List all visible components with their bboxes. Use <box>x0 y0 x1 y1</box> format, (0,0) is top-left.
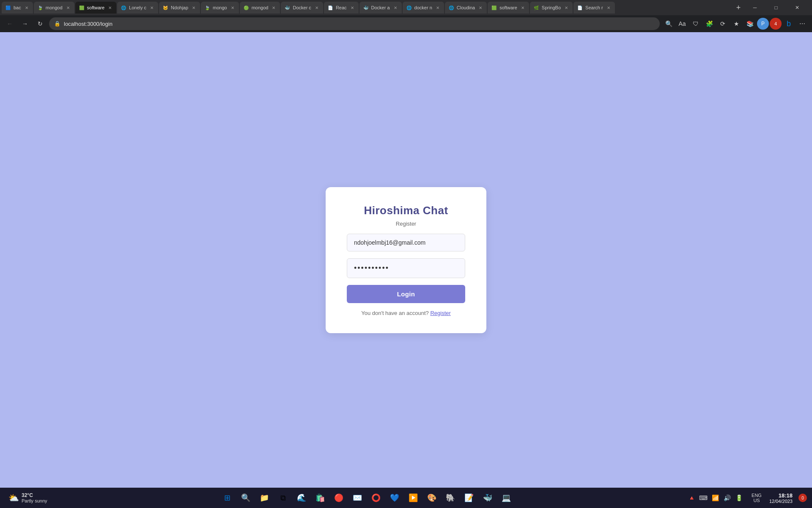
taskbar-app-task-view[interactable]: ⧉ <box>274 489 291 506</box>
tab-title: Lonely c <box>129 5 146 10</box>
favorites-icon[interactable]: ★ <box>730 17 743 30</box>
maximize-button[interactable]: □ <box>766 0 786 15</box>
tab-favicon: 🍃 <box>204 5 210 11</box>
browser-tab-tab-11[interactable]: 🌐 docker n ✕ <box>403 2 444 14</box>
taskbar-app-edge[interactable]: 🌊 <box>293 489 310 506</box>
bing-icon[interactable]: b <box>782 17 795 30</box>
settings-icon[interactable]: ⋯ <box>796 17 809 30</box>
url-text: localhost:3000/login <box>64 21 655 27</box>
browser-tab-tab-6[interactable]: 🍃 mongo ✕ <box>201 2 239 14</box>
lang-code: ENG <box>752 493 762 498</box>
tab-close-button[interactable]: ✕ <box>107 5 113 11</box>
browser-tab-tab-15[interactable]: 📄 Search r ✕ <box>573 2 615 14</box>
tab-favicon: 🟩 <box>79 5 85 11</box>
close-button[interactable]: ✕ <box>787 0 807 15</box>
tab-close-button[interactable]: ✕ <box>349 5 355 11</box>
weather-info: 32°C Partly sunny <box>22 492 47 503</box>
tab-title: Docker a <box>371 5 390 10</box>
taskbar-app-pgadmin[interactable]: 🐘 <box>442 489 459 506</box>
battery-icon[interactable]: 🔋 <box>734 493 744 503</box>
tab-close-button[interactable]: ✕ <box>563 5 569 11</box>
taskbar-app-search[interactable]: 🔍 <box>237 489 254 506</box>
browser-tab-tab-9[interactable]: 📄 Reac ✕ <box>324 2 359 14</box>
profile-icon[interactable]: P <box>757 18 769 30</box>
browser-tab-tab-12[interactable]: 🌐 Cloudina ✕ <box>445 2 487 14</box>
tab-favicon: 🌐 <box>121 5 126 11</box>
tab-close-button[interactable]: ✕ <box>65 5 71 11</box>
taskbar-app-file-explorer[interactable]: 📁 <box>256 489 273 506</box>
weather-widget[interactable]: ⛅ 32°C Partly sunny <box>5 491 51 505</box>
tab-title: mongod <box>252 5 269 10</box>
browser-tab-tab-7[interactable]: 🟢 mongod ✕ <box>240 2 280 14</box>
browser-tab-tab-13[interactable]: 🟩 software ✕ <box>488 2 529 14</box>
taskbar-app-opera[interactable]: ⭕ <box>368 489 384 506</box>
window-controls: ─ □ ✕ <box>745 0 810 15</box>
tab-close-button[interactable]: ✕ <box>606 5 612 11</box>
address-bar[interactable]: 🔒 localhost:3000/login <box>49 17 660 30</box>
language-widget[interactable]: ENG US <box>750 493 763 503</box>
reload-button[interactable]: ↻ <box>34 17 47 30</box>
browser-tab-tab-10[interactable]: 🐳 Docker a ✕ <box>359 2 402 14</box>
tab-favicon: 🟢 <box>243 5 249 11</box>
login-button[interactable]: Login <box>347 285 465 303</box>
browser-tab-tab-2[interactable]: 🍃 mongod ✕ <box>34 2 74 14</box>
tab-close-button[interactable]: ✕ <box>435 5 441 11</box>
minimize-button[interactable]: ─ <box>745 0 765 15</box>
forward-button[interactable]: → <box>19 17 31 30</box>
register-link[interactable]: Register <box>430 310 450 316</box>
clock[interactable]: 18:18 12/04/2023 <box>766 492 796 504</box>
shield-icon[interactable]: 🛡 <box>689 17 702 30</box>
notification-badge[interactable]: 4 <box>770 18 782 30</box>
browser-tab-tab-4[interactable]: 🌐 Lonely c ✕ <box>117 2 158 14</box>
new-tab-button[interactable]: + <box>732 2 744 14</box>
lock-icon: 🔒 <box>54 21 60 27</box>
taskbar-app-mail[interactable]: ✉️ <box>349 489 366 506</box>
address-bar-row: ← → ↻ 🔒 localhost:3000/login 🔍 Aa 🛡 🧩 ⟳ … <box>0 15 812 32</box>
tab-close-button[interactable]: ✕ <box>230 5 236 11</box>
browser-tab-tab-8[interactable]: 🐳 Docker c ✕ <box>281 2 323 14</box>
tab-close-button[interactable]: ✕ <box>191 5 197 11</box>
tab-title: docker n <box>414 5 432 10</box>
tab-favicon: 📄 <box>327 5 333 11</box>
tray-expand-icon[interactable]: 🔺 <box>686 493 697 503</box>
reader-view-icon[interactable]: Aa <box>676 17 689 30</box>
browser-tab-tab-3[interactable]: 🟩 software ✕ <box>75 2 117 14</box>
taskbar-app-vscode[interactable]: 💙 <box>386 489 403 506</box>
taskbar-app-notepad[interactable]: 📝 <box>461 489 477 506</box>
tab-title: SpringBo <box>542 5 561 10</box>
keyboard-icon[interactable]: ⌨ <box>698 493 708 503</box>
taskbar-app-windows-start[interactable]: ⊞ <box>219 489 236 506</box>
browser-tab-tab-5[interactable]: 🐱 Ndohjap ✕ <box>159 2 200 14</box>
refresh-icon[interactable]: ⟳ <box>716 17 729 30</box>
tab-close-button[interactable]: ✕ <box>392 5 398 11</box>
tab-title: Docker c <box>293 5 311 10</box>
taskbar-app-docker[interactable]: 🐳 <box>479 489 496 506</box>
taskbar-app-youtube[interactable]: ▶️ <box>405 489 422 506</box>
action-center-badge[interactable]: 0 <box>798 494 807 502</box>
subtitle-register: Register <box>396 221 416 227</box>
tab-close-button[interactable]: ✕ <box>520 5 526 11</box>
extensions-icon[interactable]: 🧩 <box>703 17 716 30</box>
network-icon[interactable]: 📶 <box>710 493 720 503</box>
tab-close-button[interactable]: ✕ <box>149 5 155 11</box>
tab-close-button[interactable]: ✕ <box>314 5 320 11</box>
browser-tab-tab-14[interactable]: 🌿 SpringBo ✕ <box>530 2 573 14</box>
collections-icon[interactable]: 📚 <box>743 17 756 30</box>
tab-favicon: 📄 <box>577 5 583 11</box>
email-input[interactable] <box>347 234 465 251</box>
taskbar-app-chrome[interactable]: 🔴 <box>330 489 347 506</box>
taskbar-app-terminal[interactable]: 💻 <box>498 489 515 506</box>
taskbar-app-paint[interactable]: 🎨 <box>423 489 440 506</box>
tab-favicon: 🟦 <box>5 5 11 11</box>
tab-close-button[interactable]: ✕ <box>271 5 277 11</box>
tab-close-button[interactable]: ✕ <box>477 5 483 11</box>
volume-icon[interactable]: 🔊 <box>722 493 732 503</box>
password-input[interactable] <box>347 258 465 278</box>
taskbar-app-store[interactable]: 🛍️ <box>312 489 329 506</box>
tab-close-button[interactable]: ✕ <box>24 5 30 11</box>
tab-favicon: 🌐 <box>448 5 454 11</box>
browser-tab-tab-1[interactable]: 🟦 bac ✕ <box>2 2 33 14</box>
tab-title: software <box>87 5 105 10</box>
search-toolbar-icon[interactable]: 🔍 <box>662 17 675 30</box>
back-button[interactable]: ← <box>3 17 16 30</box>
